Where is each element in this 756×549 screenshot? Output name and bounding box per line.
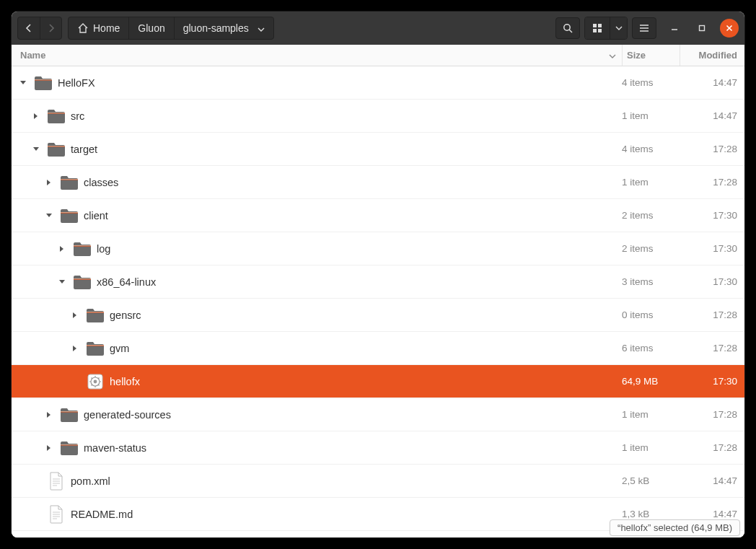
file-size: 0 items <box>622 309 680 320</box>
svg-rect-5 <box>598 29 602 32</box>
file-name: HelloFX <box>58 77 95 89</box>
column-modified[interactable]: Modified <box>680 45 744 66</box>
file-name: generated-sources <box>84 409 171 421</box>
expander-toggle[interactable] <box>17 80 29 86</box>
file-size: 1,3 kB <box>622 509 680 519</box>
view-dropdown-button[interactable] <box>610 17 627 39</box>
file-row[interactable]: client2 items17:30 <box>12 199 744 232</box>
file-row[interactable]: generated-sources1 item17:28 <box>12 398 744 431</box>
file-name: hellofx <box>110 376 140 387</box>
svg-rect-10 <box>700 26 705 31</box>
expander-toggle[interactable] <box>69 312 81 319</box>
breadcrumb: Home Gluon gluon-samples <box>68 17 274 40</box>
hamburger-icon <box>639 24 649 32</box>
column-size[interactable]: Size <box>622 45 680 66</box>
file-row[interactable]: log2 items17:30 <box>12 232 744 265</box>
folder-icon <box>46 141 66 158</box>
expander-toggle[interactable] <box>43 213 55 219</box>
file-size: 1 item <box>622 409 680 420</box>
search-button[interactable] <box>555 17 580 39</box>
maximize-button[interactable] <box>693 19 711 38</box>
breadcrumb-seg-1-label: Gluon <box>138 22 164 34</box>
search-icon <box>563 23 573 33</box>
folder-icon <box>85 340 105 357</box>
file-row[interactable]: maven-status1 item17:28 <box>12 431 744 465</box>
file-row[interactable]: target4 items17:28 <box>12 133 744 166</box>
column-name[interactable]: Name <box>12 50 622 61</box>
expander-toggle[interactable] <box>69 345 81 352</box>
expander-toggle[interactable] <box>56 279 68 285</box>
home-icon <box>77 23 89 33</box>
file-modified: 17:30 <box>680 210 744 221</box>
file-size: 6 items <box>622 343 680 353</box>
status-text: “hellofx” selected (64,9 MB) <box>617 522 732 533</box>
file-size: 4 items <box>622 144 680 154</box>
expander-toggle[interactable] <box>30 146 42 152</box>
icon-view-button[interactable] <box>585 17 610 39</box>
file-size: 2 items <box>622 210 680 221</box>
file-size: 2,5 kB <box>622 475 680 486</box>
titlebar: Home Gluon gluon-samples <box>12 12 744 45</box>
svg-line-1 <box>569 30 572 32</box>
file-modified: 17:28 <box>680 343 744 353</box>
file-size: 3 items <box>622 276 680 287</box>
file-row[interactable]: HelloFX4 items14:47 <box>12 66 744 100</box>
file-row[interactable]: hellofx64,9 MB17:30 <box>12 365 744 398</box>
close-button[interactable] <box>720 19 739 38</box>
minimize-button[interactable] <box>665 19 684 38</box>
expander-toggle[interactable] <box>56 245 68 252</box>
expander-toggle[interactable] <box>43 411 55 418</box>
file-row[interactable]: gvm6 items17:28 <box>12 332 744 365</box>
status-bar: “hellofx” selected (64,9 MB) <box>610 519 740 536</box>
svg-point-0 <box>564 25 570 30</box>
executable-icon <box>85 373 105 390</box>
forward-button[interactable] <box>40 17 61 39</box>
file-modified: 14:47 <box>680 509 744 519</box>
file-manager-window: Home Gluon gluon-samples <box>12 12 744 537</box>
expander-toggle[interactable] <box>43 179 55 186</box>
maximize-icon <box>698 25 706 32</box>
file-modified: 17:28 <box>680 309 744 320</box>
expander-toggle[interactable] <box>43 444 55 452</box>
folder-icon <box>72 273 92 291</box>
folder-icon <box>59 406 79 423</box>
breadcrumb-seg-2[interactable]: gluon-samples <box>175 17 273 39</box>
menu-button[interactable] <box>632 17 656 39</box>
file-name: x86_64-linux <box>97 276 156 288</box>
file-row[interactable]: src1 item14:47 <box>12 100 744 133</box>
text-file-icon <box>46 473 66 490</box>
file-size: 1 item <box>622 442 680 453</box>
file-name: log <box>97 243 110 255</box>
file-row[interactable]: gensrc0 items17:28 <box>12 299 744 332</box>
folder-icon <box>33 74 53 92</box>
breadcrumb-home[interactable]: Home <box>69 17 129 39</box>
view-switcher <box>584 17 628 40</box>
file-modified: 14:47 <box>680 475 744 486</box>
file-name: maven-status <box>84 442 146 454</box>
minimize-icon <box>671 25 678 32</box>
file-row[interactable]: x86_64-linux3 items17:30 <box>12 265 744 299</box>
breadcrumb-home-label: Home <box>93 22 120 34</box>
file-size: 1 item <box>622 110 680 121</box>
back-button[interactable] <box>18 17 40 39</box>
svg-rect-2 <box>593 24 597 27</box>
file-size: 64,9 MB <box>622 376 680 387</box>
file-modified: 17:28 <box>680 409 744 420</box>
folder-icon <box>59 174 79 191</box>
nav-buttons <box>17 17 62 40</box>
file-modified: 14:47 <box>680 77 744 88</box>
file-row[interactable]: classes1 item17:28 <box>12 166 744 199</box>
file-list[interactable]: HelloFX4 items14:47src1 item14:47target4… <box>12 66 744 537</box>
chevron-down-icon <box>615 26 623 30</box>
file-row[interactable]: pom.xml2,5 kB14:47 <box>12 465 744 498</box>
columns-header: Name Size Modified <box>12 45 744 66</box>
folder-icon <box>72 240 92 258</box>
close-icon <box>726 25 733 32</box>
file-name: classes <box>84 177 118 188</box>
file-name: target <box>71 144 97 155</box>
grid-icon <box>592 23 602 33</box>
expander-toggle[interactable] <box>30 113 42 120</box>
folder-icon <box>46 107 66 125</box>
file-name: gensrc <box>110 309 141 321</box>
breadcrumb-seg-1[interactable]: Gluon <box>129 17 174 39</box>
